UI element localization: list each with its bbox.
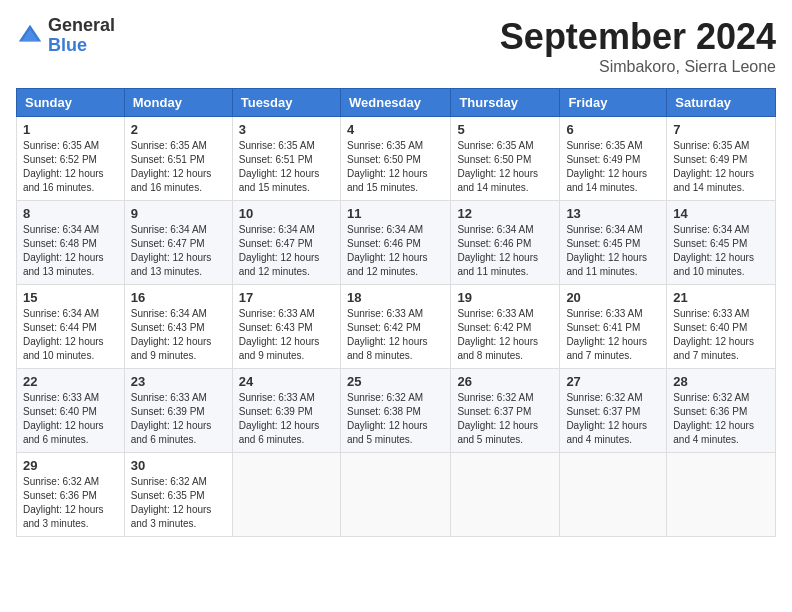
- calendar-cell: 20Sunrise: 6:33 AMSunset: 6:41 PMDayligh…: [560, 285, 667, 369]
- calendar-table: SundayMondayTuesdayWednesdayThursdayFrid…: [16, 88, 776, 537]
- day-number: 27: [566, 374, 660, 389]
- day-info: Sunrise: 6:34 AMSunset: 6:44 PMDaylight:…: [23, 307, 118, 363]
- month-title: September 2024: [500, 16, 776, 58]
- day-number: 11: [347, 206, 444, 221]
- weekday-header-thursday: Thursday: [451, 89, 560, 117]
- day-number: 18: [347, 290, 444, 305]
- calendar-cell: 25Sunrise: 6:32 AMSunset: 6:38 PMDayligh…: [340, 369, 450, 453]
- calendar-cell: 15Sunrise: 6:34 AMSunset: 6:44 PMDayligh…: [17, 285, 125, 369]
- calendar-week-row: 8Sunrise: 6:34 AMSunset: 6:48 PMDaylight…: [17, 201, 776, 285]
- calendar-cell: [667, 453, 776, 537]
- day-info: Sunrise: 6:34 AMSunset: 6:46 PMDaylight:…: [347, 223, 444, 279]
- calendar-cell: [340, 453, 450, 537]
- calendar-cell: 28Sunrise: 6:32 AMSunset: 6:36 PMDayligh…: [667, 369, 776, 453]
- calendar-cell: 13Sunrise: 6:34 AMSunset: 6:45 PMDayligh…: [560, 201, 667, 285]
- logo-blue: Blue: [48, 36, 115, 56]
- weekday-header-friday: Friday: [560, 89, 667, 117]
- day-number: 30: [131, 458, 226, 473]
- page-header: General Blue September 2024 Simbakoro, S…: [16, 16, 776, 76]
- calendar-cell: 17Sunrise: 6:33 AMSunset: 6:43 PMDayligh…: [232, 285, 340, 369]
- logo-text: General Blue: [48, 16, 115, 56]
- calendar-cell: 14Sunrise: 6:34 AMSunset: 6:45 PMDayligh…: [667, 201, 776, 285]
- weekday-header-tuesday: Tuesday: [232, 89, 340, 117]
- calendar-cell: 4Sunrise: 6:35 AMSunset: 6:50 PMDaylight…: [340, 117, 450, 201]
- day-number: 24: [239, 374, 334, 389]
- day-number: 6: [566, 122, 660, 137]
- day-number: 22: [23, 374, 118, 389]
- day-info: Sunrise: 6:33 AMSunset: 6:43 PMDaylight:…: [239, 307, 334, 363]
- day-info: Sunrise: 6:33 AMSunset: 6:42 PMDaylight:…: [457, 307, 553, 363]
- day-number: 5: [457, 122, 553, 137]
- day-number: 21: [673, 290, 769, 305]
- calendar-week-row: 15Sunrise: 6:34 AMSunset: 6:44 PMDayligh…: [17, 285, 776, 369]
- day-info: Sunrise: 6:35 AMSunset: 6:50 PMDaylight:…: [347, 139, 444, 195]
- calendar-cell: 6Sunrise: 6:35 AMSunset: 6:49 PMDaylight…: [560, 117, 667, 201]
- calendar-cell: 8Sunrise: 6:34 AMSunset: 6:48 PMDaylight…: [17, 201, 125, 285]
- day-info: Sunrise: 6:33 AMSunset: 6:39 PMDaylight:…: [239, 391, 334, 447]
- day-info: Sunrise: 6:33 AMSunset: 6:41 PMDaylight:…: [566, 307, 660, 363]
- calendar-cell: [560, 453, 667, 537]
- calendar-cell: [232, 453, 340, 537]
- day-info: Sunrise: 6:35 AMSunset: 6:51 PMDaylight:…: [131, 139, 226, 195]
- day-info: Sunrise: 6:33 AMSunset: 6:39 PMDaylight:…: [131, 391, 226, 447]
- weekday-header-sunday: Sunday: [17, 89, 125, 117]
- calendar-cell: 18Sunrise: 6:33 AMSunset: 6:42 PMDayligh…: [340, 285, 450, 369]
- day-info: Sunrise: 6:33 AMSunset: 6:40 PMDaylight:…: [673, 307, 769, 363]
- day-info: Sunrise: 6:32 AMSunset: 6:36 PMDaylight:…: [23, 475, 118, 531]
- calendar-cell: 29Sunrise: 6:32 AMSunset: 6:36 PMDayligh…: [17, 453, 125, 537]
- day-info: Sunrise: 6:32 AMSunset: 6:36 PMDaylight:…: [673, 391, 769, 447]
- day-info: Sunrise: 6:35 AMSunset: 6:51 PMDaylight:…: [239, 139, 334, 195]
- day-number: 28: [673, 374, 769, 389]
- calendar-cell: 21Sunrise: 6:33 AMSunset: 6:40 PMDayligh…: [667, 285, 776, 369]
- day-number: 9: [131, 206, 226, 221]
- calendar-cell: 26Sunrise: 6:32 AMSunset: 6:37 PMDayligh…: [451, 369, 560, 453]
- day-number: 13: [566, 206, 660, 221]
- day-number: 29: [23, 458, 118, 473]
- day-info: Sunrise: 6:35 AMSunset: 6:52 PMDaylight:…: [23, 139, 118, 195]
- day-number: 16: [131, 290, 226, 305]
- logo-general: General: [48, 16, 115, 36]
- weekday-header-row: SundayMondayTuesdayWednesdayThursdayFrid…: [17, 89, 776, 117]
- day-number: 4: [347, 122, 444, 137]
- calendar-cell: 19Sunrise: 6:33 AMSunset: 6:42 PMDayligh…: [451, 285, 560, 369]
- location: Simbakoro, Sierra Leone: [500, 58, 776, 76]
- calendar-cell: 2Sunrise: 6:35 AMSunset: 6:51 PMDaylight…: [124, 117, 232, 201]
- day-number: 3: [239, 122, 334, 137]
- calendar-cell: 11Sunrise: 6:34 AMSunset: 6:46 PMDayligh…: [340, 201, 450, 285]
- logo: General Blue: [16, 16, 115, 56]
- calendar-cell: 24Sunrise: 6:33 AMSunset: 6:39 PMDayligh…: [232, 369, 340, 453]
- day-info: Sunrise: 6:34 AMSunset: 6:47 PMDaylight:…: [239, 223, 334, 279]
- day-info: Sunrise: 6:35 AMSunset: 6:50 PMDaylight:…: [457, 139, 553, 195]
- day-number: 15: [23, 290, 118, 305]
- day-number: 2: [131, 122, 226, 137]
- calendar-week-row: 22Sunrise: 6:33 AMSunset: 6:40 PMDayligh…: [17, 369, 776, 453]
- calendar-cell: 16Sunrise: 6:34 AMSunset: 6:43 PMDayligh…: [124, 285, 232, 369]
- logo-icon: [16, 22, 44, 50]
- weekday-header-monday: Monday: [124, 89, 232, 117]
- day-info: Sunrise: 6:32 AMSunset: 6:38 PMDaylight:…: [347, 391, 444, 447]
- day-number: 12: [457, 206, 553, 221]
- calendar-cell: 5Sunrise: 6:35 AMSunset: 6:50 PMDaylight…: [451, 117, 560, 201]
- calendar-cell: 22Sunrise: 6:33 AMSunset: 6:40 PMDayligh…: [17, 369, 125, 453]
- day-number: 25: [347, 374, 444, 389]
- day-info: Sunrise: 6:32 AMSunset: 6:37 PMDaylight:…: [457, 391, 553, 447]
- calendar-cell: 12Sunrise: 6:34 AMSunset: 6:46 PMDayligh…: [451, 201, 560, 285]
- calendar-cell: 30Sunrise: 6:32 AMSunset: 6:35 PMDayligh…: [124, 453, 232, 537]
- calendar-cell: 3Sunrise: 6:35 AMSunset: 6:51 PMDaylight…: [232, 117, 340, 201]
- calendar-cell: 7Sunrise: 6:35 AMSunset: 6:49 PMDaylight…: [667, 117, 776, 201]
- calendar-cell: 10Sunrise: 6:34 AMSunset: 6:47 PMDayligh…: [232, 201, 340, 285]
- day-info: Sunrise: 6:34 AMSunset: 6:45 PMDaylight:…: [673, 223, 769, 279]
- day-number: 26: [457, 374, 553, 389]
- day-number: 7: [673, 122, 769, 137]
- day-number: 17: [239, 290, 334, 305]
- day-info: Sunrise: 6:35 AMSunset: 6:49 PMDaylight:…: [673, 139, 769, 195]
- day-info: Sunrise: 6:33 AMSunset: 6:42 PMDaylight:…: [347, 307, 444, 363]
- calendar-week-row: 1Sunrise: 6:35 AMSunset: 6:52 PMDaylight…: [17, 117, 776, 201]
- day-info: Sunrise: 6:34 AMSunset: 6:45 PMDaylight:…: [566, 223, 660, 279]
- weekday-header-saturday: Saturday: [667, 89, 776, 117]
- weekday-header-wednesday: Wednesday: [340, 89, 450, 117]
- calendar-cell: 23Sunrise: 6:33 AMSunset: 6:39 PMDayligh…: [124, 369, 232, 453]
- day-info: Sunrise: 6:34 AMSunset: 6:47 PMDaylight:…: [131, 223, 226, 279]
- day-info: Sunrise: 6:34 AMSunset: 6:46 PMDaylight:…: [457, 223, 553, 279]
- day-number: 10: [239, 206, 334, 221]
